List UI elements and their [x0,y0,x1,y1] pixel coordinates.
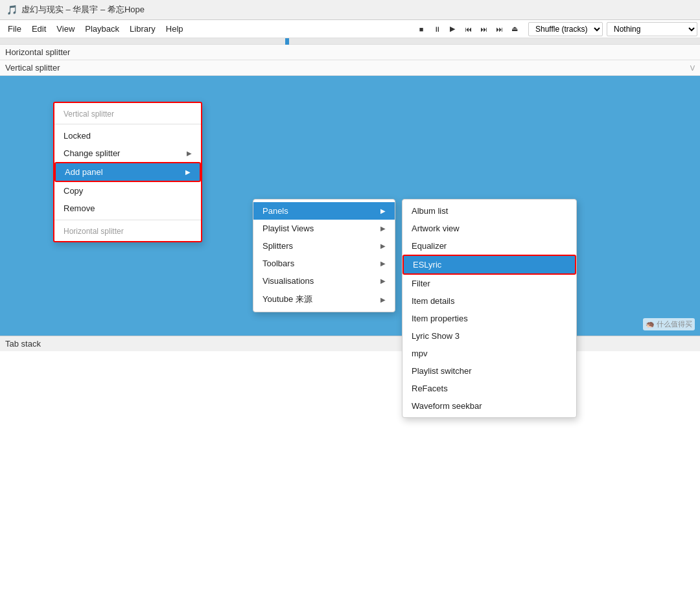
seekbar-thumb [285,38,289,45]
arrow-icon: ▶ [185,168,191,176]
ctx-header-horizontal: Horizontal splitter [54,223,201,238]
window-title: 虚幻与现实 – 华晨宇 – 希忘Hope [21,4,145,16]
submenu-item-playlist-switcher[interactable]: Playlist switcher [402,362,576,380]
submenu-items: Album list Artwork view Equalizer ESLyri… [402,199,577,418]
ctx-header-vertical: Vertical splitter [54,106,201,121]
arrow-icon: ▶ [380,277,386,284]
submenu-item-item-details[interactable]: Item details [402,292,576,310]
play-button[interactable]: ▶ [445,22,460,36]
submenu-item-equalizer[interactable]: Equalizer [402,237,576,255]
shuffle-select[interactable]: Shuffle (tracks) [528,22,603,36]
ctx-item-locked[interactable]: Locked [54,127,201,144]
stop-button[interactable]: ■ [414,22,428,36]
submenu-item-splitters[interactable]: Splitters ▶ [253,237,395,255]
next2-button[interactable]: ⏭ [492,22,506,36]
menubar: File Edit View Playback Library Help ■ ⏸… [0,20,700,38]
watermark: 🦔 什么值得买 [643,318,695,330]
main-area: Vertical splitter Locked Change splitter… [0,76,700,336]
submenu-item-filter[interactable]: Filter [402,275,576,292]
context-menu-main: Vertical splitter Locked Change splitter… [53,102,202,242]
content-area: Horizontal splitter Vertical splitter V … [0,45,700,611]
ctx-item-add-panel[interactable]: Add panel ▶ [54,162,201,182]
menu-file[interactable]: File [3,21,27,36]
submenu-item-toolbars[interactable]: Toolbars ▶ [253,255,395,272]
nothing-select[interactable]: Nothing [607,22,697,36]
menu-edit[interactable]: Edit [27,21,51,36]
bottom-area [0,351,700,611]
ctx-item-remove[interactable]: Remove [54,200,201,217]
tab-stack-label: Tab stack [0,336,700,351]
submenu-item-waveform-seekbar[interactable]: Waveform seekbar [402,397,576,415]
submenu-item-panels[interactable]: Panels ▶ [253,202,395,220]
submenu-item-mpv[interactable]: mpv [402,345,576,362]
submenu-item-album-list[interactable]: Album list [402,202,576,220]
arrow-icon: ▶ [380,225,386,232]
eject-button[interactable]: ⏏ [508,22,522,36]
toolbar: ■ ⏸ ▶ ⏮ ⏭ ⏭ ⏏ Shuffle (tracks) Nothing [414,22,697,36]
submenu-item-youtube[interactable]: Youtube 来源 ▶ [253,290,395,309]
menu-help[interactable]: Help [161,21,189,36]
vertical-splitter-label: Vertical splitter V [0,60,700,76]
title-icon: 🎵 [6,5,18,15]
ctx-item-copy[interactable]: Copy [54,182,201,200]
submenu-item-artwork-view[interactable]: Artwork view [402,220,576,237]
menu-view[interactable]: View [51,21,80,36]
submenu-item-item-properties[interactable]: Item properties [402,310,576,327]
pause-button[interactable]: ⏸ [430,22,444,36]
arrow-icon: ▶ [187,150,192,157]
submenu-item-lyric-show[interactable]: Lyric Show 3 [402,327,576,345]
arrow-icon: ▶ [380,242,386,249]
submenu-item-playlist-views[interactable]: Playlist Views ▶ [253,220,395,237]
submenu-item-refacets[interactable]: ReFacets [402,380,576,397]
arrow-icon: ▶ [380,207,386,214]
seekbar[interactable] [0,38,700,45]
submenu-item-visualisations[interactable]: Visualisations ▶ [253,272,395,290]
menu-playback[interactable]: Playback [80,21,124,36]
arrow-icon: ▶ [380,296,386,303]
next-button[interactable]: ⏭ [476,22,491,36]
submenu-panels: Panels ▶ Playlist Views ▶ Splitters ▶ To… [253,199,395,312]
titlebar: 🎵 虚幻与现实 – 华晨宇 – 希忘Hope [0,0,700,20]
horizontal-splitter-label: Horizontal splitter [0,45,700,60]
prev-button[interactable]: ⏮ [461,22,475,36]
ctx-item-change-splitter[interactable]: Change splitter ▶ [54,144,201,162]
submenu-item-eslyric[interactable]: ESLyric [402,255,576,275]
arrow-icon: ▶ [380,260,386,267]
menu-library[interactable]: Library [124,21,161,36]
